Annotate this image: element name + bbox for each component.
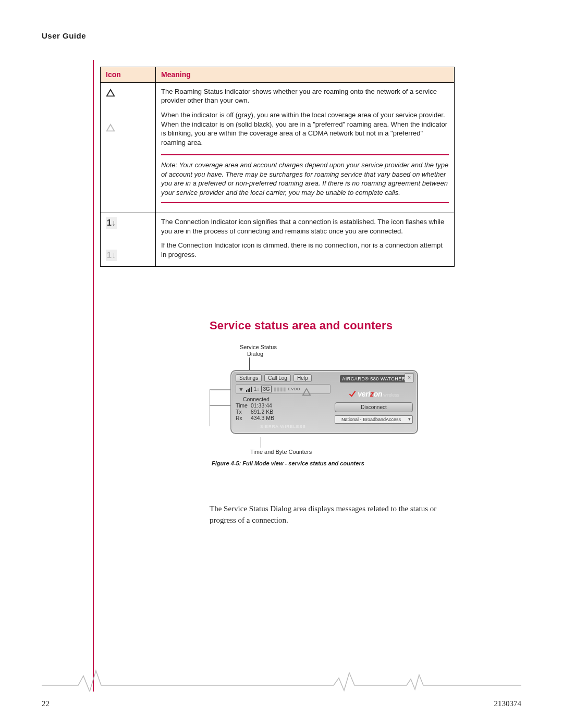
connection-arrows-icon: 1↓ (254, 386, 260, 392)
connected-label: Connected (243, 396, 331, 402)
disconnect-button[interactable]: Disconnect (335, 402, 413, 412)
roaming-desc-2: When the indicator is off (gray), you ar… (161, 110, 449, 147)
section-heading: Service status area and counters (210, 319, 393, 332)
network-3g-icon: 3G (261, 386, 271, 392)
aircard-badge: AIRCARD® 580 WATCHER (340, 375, 408, 382)
figure-caption: Figure 4-5: Full Mode view - service sta… (212, 460, 455, 466)
tx-label: Tx (236, 409, 251, 415)
watcher-window: × Settings Call Log Help ▼ 1↓ 3G ▮▮▮▮ EV… (230, 370, 418, 434)
svg-marker-1 (107, 125, 114, 131)
battery-icon: ▮▮▮▮ (274, 386, 286, 392)
close-icon[interactable]: × (405, 373, 414, 382)
rx-value: 434.3 MB (251, 415, 277, 421)
table-row: 1↓ 1↓ The Connection Indicator icon sign… (101, 213, 455, 266)
connection-icon-dim: 1↓ (106, 250, 117, 261)
sierra-wireless-label: SIERRA WIRELESS (236, 424, 331, 429)
network-dropdown[interactable]: National - BroadbandAccess (335, 415, 413, 424)
connection-desc-2: If the Connection Indicator icon is dimm… (161, 241, 449, 259)
verizon-logo: verizonwireless (335, 390, 413, 398)
body-paragraph: The Service Status Dialog area displays … (210, 503, 455, 526)
svg-marker-9 (303, 389, 310, 396)
vertical-rule (93, 60, 94, 692)
connection-desc-1: The Connection Indicator icon signifies … (161, 217, 449, 236)
time-label: Time (236, 402, 251, 409)
call-log-button[interactable]: Call Log (264, 374, 291, 382)
callout-service-status: Service Status Dialog (240, 344, 455, 370)
table-header-meaning: Meaning (156, 67, 455, 83)
doc-number: 2130374 (494, 699, 522, 708)
page-number: 22 (42, 699, 50, 708)
roaming-note: Note: Your coverage area and account cha… (161, 154, 449, 203)
svg-marker-0 (107, 90, 114, 96)
status-icons: ▼ 1↓ 3G ▮▮▮▮ EVDO (236, 384, 331, 394)
signal-icon (246, 387, 252, 392)
roaming-icon (106, 88, 115, 97)
tx-value: 891.2 KB (251, 409, 277, 415)
table-header-icon: Icon (101, 67, 156, 83)
connection-icon: 1↓ (106, 217, 117, 229)
decorative-ekg-line (42, 660, 521, 692)
icon-meaning-table: Icon Meaning The Roaming Status indicato… (100, 67, 455, 267)
running-head: User Guide (42, 31, 521, 40)
rx-label: Rx (236, 415, 251, 421)
table-row: The Roaming Status indicator shows wheth… (101, 82, 455, 213)
antenna-icon: ▼ (238, 386, 244, 392)
evdo-label: EVDO (288, 387, 300, 391)
roaming-desc-1: The Roaming Status indicator shows wheth… (161, 87, 449, 105)
time-value: 01:33:44 (251, 402, 277, 409)
settings-button[interactable]: Settings (236, 374, 262, 382)
roaming-icon-off (106, 123, 115, 132)
roaming-icon-small (302, 387, 308, 393)
figure: Service Status Dialog × Settings Call Lo… (210, 344, 455, 466)
status-lines: Connected Time01:33:44 Tx891.2 KB Rx434.… (236, 396, 331, 421)
callout-counters: Time and Byte Counters (250, 437, 455, 455)
help-button[interactable]: Help (293, 374, 312, 382)
